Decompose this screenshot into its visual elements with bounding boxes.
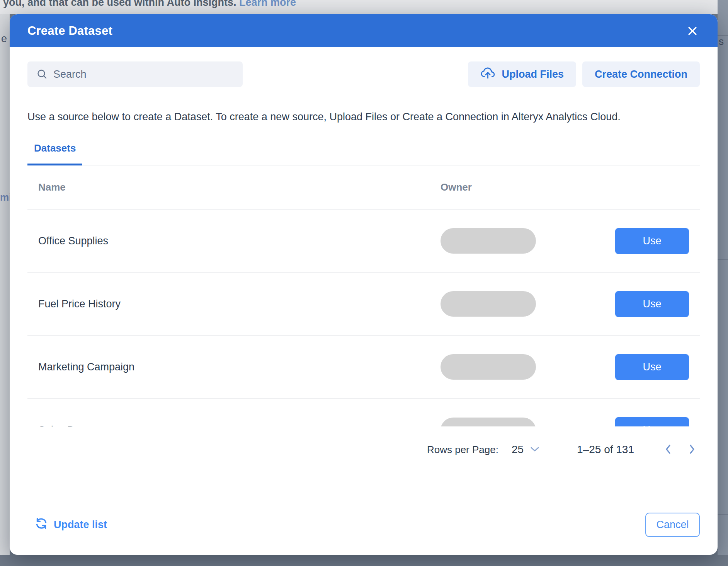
background-text-fragment: you, and that can be used within Auto In… — [3, 0, 239, 8]
upload-files-button[interactable]: Upload Files — [468, 61, 576, 87]
modal-body: Upload Files Create Connection Use a sou… — [10, 47, 718, 555]
update-list-button[interactable]: Update list — [27, 517, 107, 533]
next-page-button[interactable] — [688, 443, 696, 456]
background-divider — [718, 259, 728, 260]
pagination-range: 1–25 of 131 — [577, 443, 634, 456]
previous-page-button[interactable] — [664, 443, 672, 456]
create-connection-button[interactable]: Create Connection — [582, 61, 700, 87]
owner-avatar-pill — [441, 354, 536, 380]
rows-per-page-select[interactable]: 25 — [512, 443, 540, 456]
chevron-left-icon — [664, 443, 672, 456]
tab-bar: Datasets — [27, 137, 700, 165]
cancel-button[interactable]: Cancel — [645, 513, 700, 537]
background-overlay-bottom — [0, 555, 728, 566]
pagination-bar: Rows per Page: 25 1–25 of 131 — [27, 426, 700, 473]
modal-footer: Update list Cancel — [27, 513, 700, 537]
background-page-right-sliver: s — [718, 0, 728, 555]
search-input[interactable] — [53, 61, 243, 87]
dataset-name: Office Supplies — [27, 235, 441, 247]
modal-title: Create Dataset — [27, 24, 112, 38]
update-list-label: Update list — [54, 519, 107, 531]
refresh-icon — [34, 517, 48, 533]
background-page-left-sliver: e mi — [0, 14, 10, 555]
learn-more-link: Learn more — [239, 0, 296, 8]
dataset-list: Office Supplies Use Fuel Price History U… — [27, 210, 700, 426]
chevron-down-icon — [530, 446, 540, 454]
background-page-text: you, and that can be used within Auto In… — [3, 0, 296, 9]
column-header-name: Name — [27, 181, 441, 193]
table-header: Name Owner — [27, 165, 700, 210]
source-actions: Upload Files Create Connection — [468, 61, 700, 87]
owner-avatar-pill — [441, 291, 536, 317]
table-row: Fuel Price History Use — [27, 273, 700, 336]
dataset-name: Marketing Campaign — [27, 361, 441, 373]
table-row: Marketing Campaign Use — [27, 336, 700, 399]
search-box — [27, 61, 243, 87]
search-icon — [36, 68, 48, 80]
modal-description: Use a source below to create a Dataset. … — [27, 108, 699, 126]
create-connection-label: Create Connection — [595, 68, 687, 80]
use-button[interactable]: Use — [615, 291, 689, 317]
create-dataset-modal: Create Dataset Upload Files — [10, 14, 718, 555]
tab-datasets[interactable]: Datasets — [27, 137, 82, 165]
owner-avatar-pill — [441, 228, 536, 254]
background-text-fragment: s — [719, 36, 724, 48]
cloud-upload-icon — [480, 66, 496, 82]
background-text-fragment: mi — [0, 191, 10, 203]
controls-row: Upload Files Create Connection — [27, 61, 700, 87]
background-page-top-strip: you, and that can be used within Auto In… — [0, 0, 728, 14]
owner-avatar-pill — [441, 418, 536, 427]
rows-per-page-value: 25 — [512, 443, 524, 456]
upload-files-label: Upload Files — [502, 68, 564, 80]
rows-per-page-label: Rows per Page: — [427, 444, 498, 456]
modal-header: Create Dataset — [10, 14, 718, 47]
table-row: Office Supplies Use — [27, 210, 700, 273]
use-button[interactable]: Use — [615, 354, 689, 380]
table-row: Sales Data Use — [27, 399, 700, 426]
column-header-owner: Owner — [441, 181, 700, 193]
background-divider — [718, 514, 728, 515]
chevron-right-icon — [688, 443, 696, 456]
use-button[interactable]: Use — [615, 228, 689, 254]
close-icon — [686, 24, 699, 38]
close-button[interactable] — [686, 24, 699, 38]
use-button[interactable]: Use — [615, 417, 689, 426]
dataset-name: Fuel Price History — [27, 298, 441, 310]
background-text-fragment: e — [1, 33, 7, 45]
